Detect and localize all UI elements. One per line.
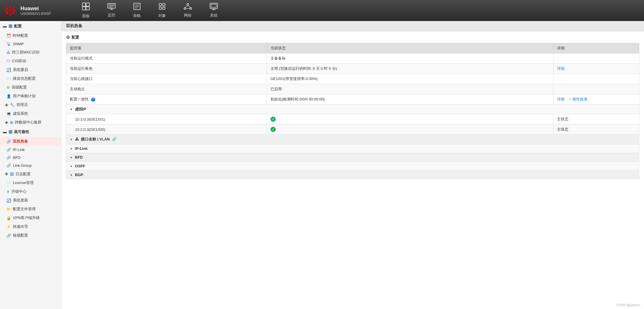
sidebar-item-cross-dc-label: 跨数据中心集群 bbox=[15, 120, 41, 125]
bfd-section-header[interactable]: ▼ BFD bbox=[66, 153, 639, 162]
nav-monitor[interactable]: 监控 bbox=[99, 1, 124, 20]
row1-detail bbox=[553, 53, 639, 64]
log-group-icon: ⊞ bbox=[10, 171, 14, 177]
th-current-status: 当前状态 bbox=[267, 43, 553, 53]
table-row: 当前运行角色 主用 (切换后运行的时间: 0 天 0 时 0 分) 详细 bbox=[66, 64, 639, 74]
vip2-status: ✓ bbox=[267, 124, 553, 135]
ip-link-header-cell[interactable]: ▼ IP-Link bbox=[66, 144, 639, 153]
nav-strategy[interactable]: 策略 bbox=[124, 0, 150, 21]
monitor-table: 监控项 当前状态 详细 当前运行模式 主备备份 当前运行角色 bbox=[66, 43, 639, 179]
sidebar-item-config-file-label: 配置文件管理 bbox=[13, 206, 36, 212]
nav-strategy-label: 策略 bbox=[133, 13, 141, 18]
sidebar-item-snmp[interactable]: 📡 SNMP bbox=[0, 40, 61, 48]
table-row: 配置一致性 ? 初始化(检测时间:0/0/0 00:00:00) 详细 一致性检… bbox=[66, 94, 639, 105]
bfd-icon: 🔗 bbox=[6, 155, 11, 160]
row1-label: 当前运行模式 bbox=[66, 53, 267, 64]
sidebar-item-config-file[interactable]: 📁 配置文件管理 bbox=[0, 205, 61, 213]
ip-link-section-header[interactable]: ▼ IP-Link bbox=[66, 144, 639, 153]
sidebar-log-label: 日志配置 bbox=[15, 171, 31, 177]
quick-wizard-icon: ⚡ bbox=[6, 225, 11, 229]
interface-vlan-header-cell[interactable]: ▼ 🖧 接口名称 | VLAN 🔗 bbox=[66, 135, 639, 144]
sidebar-item-user-exp[interactable]: 👤 用户体验计划 bbox=[0, 92, 61, 100]
nav-panel[interactable]: 面板 bbox=[73, 0, 99, 21]
sidebar-item-quick-wizard[interactable]: ⚡ 快速向导 bbox=[0, 222, 61, 231]
svg-rect-37 bbox=[211, 4, 216, 7]
sidebar-item-cross-dc[interactable]: ➕ ⊞ 跨数据中心集群 bbox=[0, 118, 61, 127]
dual-hot-icon: 🔗 bbox=[6, 139, 11, 144]
sidebar-item-link-config[interactable]: 🔗 链接配置 bbox=[0, 231, 61, 240]
sidebar-item-license[interactable]: 📄 License管理 bbox=[0, 178, 61, 187]
sidebar-item-sys-update[interactable]: 🔄 系统更新 bbox=[0, 196, 61, 205]
virtual-ip-header-cell[interactable]: ▼ 虚拟IP bbox=[66, 105, 639, 114]
row4-status: 已启用 bbox=[267, 84, 553, 94]
interface-vlan-section-header[interactable]: ▼ 🖧 接口名称 | VLAN 🔗 bbox=[66, 135, 639, 144]
detail-link-config[interactable]: 详细 bbox=[557, 97, 565, 101]
consistency-check-link[interactable]: 一致性检查 bbox=[569, 97, 588, 101]
sidebar-item-clock[interactable]: ⏰ 时钟配置 bbox=[0, 31, 61, 40]
row2-label: 当前运行角色 bbox=[66, 64, 267, 74]
sidebar-item-cis[interactable]: 🛡 CIS联动 bbox=[0, 57, 61, 65]
row5-status: 初始化(检测时间:0/0/0 00:00:00) bbox=[267, 94, 553, 105]
row2-detail[interactable]: 详细 bbox=[553, 64, 639, 74]
sidebar-item-ip-link[interactable]: 🔗 IP-Link bbox=[0, 146, 61, 154]
virtual-ip-row-1: 10.3.0.3(GE1/0/1) ✓ 主状态 bbox=[66, 114, 639, 124]
admin-expand-icon: ➕ bbox=[5, 103, 8, 107]
config-section-label: 配置 bbox=[72, 35, 79, 40]
interface-vlan-label: 接口名称 | VLAN bbox=[81, 137, 110, 141]
svg-rect-11 bbox=[86, 3, 89, 6]
svg-line-31 bbox=[185, 5, 188, 8]
sidebar-ha-label: 高可靠性 bbox=[14, 129, 29, 135]
ospf-section-header[interactable]: ▼ OSPF bbox=[66, 162, 639, 171]
help-icon[interactable]: ? bbox=[91, 98, 95, 102]
sidebar-item-upgrade[interactable]: ⬆ 升级中心 bbox=[0, 187, 61, 196]
sidebar: ▬ ⊞ 配置 ⏰ 时钟配置 📡 SNMP 🖧 跨三层MAC识别 🛡 CIS联动 … bbox=[0, 21, 61, 309]
vpn-upgrade-icon: 🔒 bbox=[6, 216, 11, 220]
green-check-icon-1: ✓ bbox=[270, 117, 276, 122]
sidebar-item-bfd[interactable]: 🔗 BFD bbox=[0, 154, 61, 162]
ip-link-section-label: IP-Link bbox=[75, 146, 88, 151]
sidebar-item-license-label: License管理 bbox=[13, 180, 34, 185]
sidebar-group-log[interactable]: ➕ ⊞ 日志配置 bbox=[0, 169, 61, 178]
sidebar-item-user-exp-label: 用户体验计划 bbox=[13, 93, 36, 99]
bgp-section-label: BGP bbox=[75, 173, 83, 177]
content-area: 双机热备 ⚙ 配置 监控项 当前状态 详细 当前运行模式 bbox=[61, 21, 644, 309]
vip1-detail: 主状态 bbox=[553, 114, 639, 124]
sidebar-item-push-label: 推送信息配置 bbox=[13, 76, 36, 81]
detail-link-role[interactable]: 详细 bbox=[557, 66, 565, 71]
interface-extra-icon: 🔗 bbox=[112, 137, 117, 141]
virtual-ip-section-header[interactable]: ▼ 虚拟IP bbox=[66, 105, 639, 114]
sidebar-item-link-group[interactable]: 🔗 Link-Group bbox=[0, 162, 61, 169]
sidebar-group-config[interactable]: ▬ ⊞ 配置 bbox=[0, 21, 61, 31]
sidebar-item-clock-label: 时钟配置 bbox=[13, 33, 28, 38]
nav-network[interactable]: 网络 bbox=[175, 1, 201, 20]
svg-point-9 bbox=[9, 9, 11, 12]
mac-icon: 🖧 bbox=[6, 50, 10, 55]
config-gear-icon: ⚙ bbox=[66, 35, 70, 40]
arrow-down-icon: ▼ bbox=[70, 108, 73, 111]
sidebar-item-quick-wizard-label: 快速向导 bbox=[13, 224, 28, 229]
nav-system[interactable]: 系统 bbox=[201, 1, 227, 20]
config-group-icon: ⊞ bbox=[8, 23, 12, 29]
vip1-status: ✓ bbox=[267, 114, 553, 124]
ospf-header-cell[interactable]: ▼ OSPF bbox=[66, 162, 639, 171]
watermark: CSDN @garliccc bbox=[616, 303, 640, 307]
sidebar-item-mac[interactable]: 🖧 跨三层MAC识别 bbox=[0, 48, 61, 57]
sidebar-group-ha[interactable]: ▬ ⊞ 高可靠性 bbox=[0, 127, 61, 137]
sidebar-item-push[interactable]: 📨 推送信息配置 bbox=[0, 74, 61, 83]
bgp-section-header[interactable]: ▼ BGP bbox=[66, 171, 639, 179]
sidebar-item-reboot[interactable]: 🔄 系统重启 bbox=[0, 65, 61, 74]
sidebar-item-ip-link-label: IP-Link bbox=[13, 147, 25, 152]
top-nav: 面板 监控 bbox=[67, 0, 641, 21]
sidebar-item-snmp-label: SNMP bbox=[13, 42, 24, 46]
monitor-icon bbox=[107, 3, 116, 11]
sidebar-item-vpn-upgrade[interactable]: 🔒 VPN客户端升级 bbox=[0, 213, 61, 222]
nav-object[interactable]: 对象 bbox=[150, 0, 175, 21]
sidebar-item-virtual-sys[interactable]: 💻 虚拟系统 bbox=[0, 109, 61, 118]
sidebar-item-admin-group[interactable]: ➕ 🔧 管理员 bbox=[0, 100, 61, 109]
sidebar-item-dual-hot[interactable]: 🔗 双机热备 bbox=[0, 137, 61, 146]
sidebar-item-advanced[interactable]: ⚙ 高级配置 bbox=[0, 83, 61, 92]
bgp-header-cell[interactable]: ▼ BGP bbox=[66, 171, 639, 179]
brand-text: Huawei USG6000V1-ENSP bbox=[20, 6, 51, 16]
table-row: 当前运行模式 主备备份 bbox=[66, 53, 639, 64]
bfd-header-cell[interactable]: ▼ BFD bbox=[66, 153, 639, 162]
